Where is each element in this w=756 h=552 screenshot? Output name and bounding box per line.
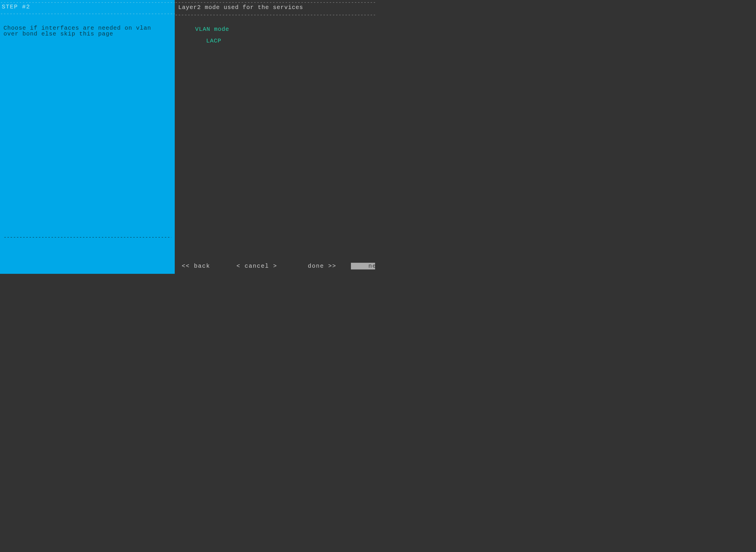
left-body: Choose if interfaces are needed on vlan … <box>0 14 175 274</box>
footer: << back < cancel > done >> next >> <box>175 263 375 274</box>
divider-top-left: ----------------------------------------… <box>0 0 175 3</box>
option-vlan-mode[interactable]: VLAN mode <box>175 26 375 32</box>
divider-subtitle-right: ----------------------------------------… <box>175 12 375 15</box>
option-lacp[interactable]: LACP <box>175 38 375 44</box>
back-button[interactable]: << back <box>182 263 210 269</box>
right-panel: ----------------------------------------… <box>175 0 375 274</box>
step-description: Choose if interfaces are needed on vlan … <box>0 14 175 37</box>
right-panel-title: Layer2 mode used for the services <box>175 3 375 12</box>
step-title: STEP #2 <box>0 3 175 11</box>
left-panel: ----------------------------------------… <box>0 0 175 274</box>
right-body: VLAN mode LACP <box>175 15 375 263</box>
divider-subtitle-left: ----------------------------------------… <box>0 11 175 14</box>
divider-top-right: ----------------------------------------… <box>175 0 375 3</box>
cancel-button[interactable]: < cancel > <box>236 263 277 269</box>
done-button[interactable]: done >> <box>308 263 336 269</box>
divider-bottom-left: ----------------------------------------… <box>3 235 171 240</box>
next-button[interactable]: next >> <box>351 263 375 269</box>
